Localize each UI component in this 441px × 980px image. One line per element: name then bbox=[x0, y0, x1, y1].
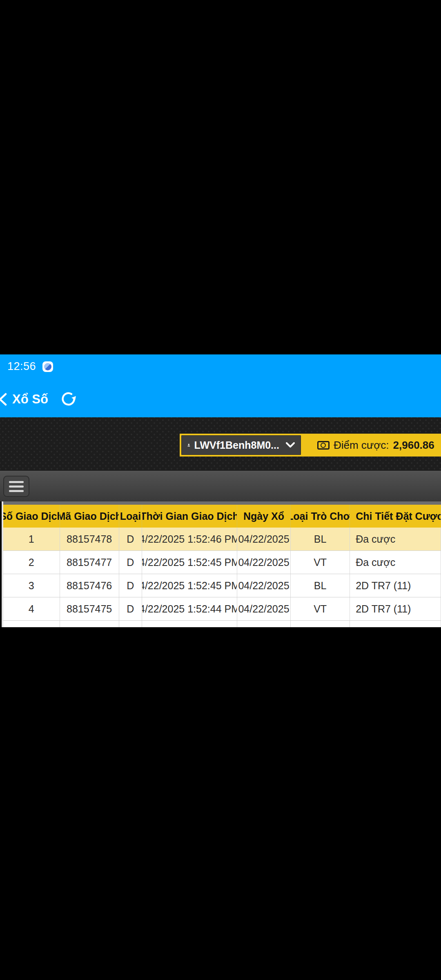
table-cell: 04/22/2025 bbox=[237, 597, 291, 620]
table-cell: 88157476 bbox=[60, 574, 119, 597]
table-cell: 2D TR7 (11) bbox=[350, 597, 441, 620]
system-blue-bar: 12:56 Xổ Số bbox=[0, 354, 441, 417]
table-cell: 3 bbox=[3, 574, 60, 597]
table-cell: Đa cược bbox=[350, 528, 441, 550]
table-cell: 2D TR7 (11) bbox=[350, 574, 441, 597]
table-cell: 04/22/2025 bbox=[237, 528, 291, 550]
table-row[interactable]: 388157476D4/22/2025 1:52:45 PM04/22/2025… bbox=[3, 574, 441, 597]
back-button[interactable] bbox=[0, 390, 7, 409]
table-cell: BL bbox=[291, 574, 350, 597]
table-cell: D bbox=[119, 528, 142, 550]
username: LWVf1Benh8M0... bbox=[194, 439, 279, 451]
balance-value: 2,960.86 bbox=[393, 439, 434, 452]
table-cell: 1 bbox=[3, 528, 60, 550]
balance-label: Điểm cược: bbox=[334, 439, 389, 452]
hamburger-menu-button[interactable] bbox=[3, 476, 29, 497]
balance-display: Điểm cược: 2,960.86 bbox=[317, 439, 434, 452]
clock: 12:56 bbox=[7, 360, 36, 373]
table-row[interactable]: 188157478D4/22/2025 1:52:46 PM04/22/2025… bbox=[3, 528, 441, 551]
phone-screen: 12:56 Xổ Số bbox=[0, 0, 441, 980]
column-header: Thời Gian Giao Dịch bbox=[142, 505, 237, 528]
table-cell: BL bbox=[291, 528, 350, 550]
account-bar: LWVf1Benh8M0... Điểm cược: 2,960.86 Cược bbox=[180, 434, 441, 457]
table-cell: D bbox=[119, 551, 142, 574]
table-cell: 4 bbox=[3, 597, 60, 620]
app-header: LWVf1Benh8M0... Điểm cược: 2,960.86 Cược bbox=[0, 417, 441, 471]
browser-app-icon bbox=[42, 361, 53, 372]
table-cell: VT bbox=[291, 597, 350, 620]
menu-toolbar bbox=[0, 471, 441, 501]
table-row-partial bbox=[3, 621, 441, 627]
table-cell: Đa cược bbox=[350, 551, 441, 574]
chevron-down-icon bbox=[286, 442, 295, 448]
table-cell: 88157477 bbox=[60, 551, 119, 574]
column-header: Mã Giao Dịch bbox=[60, 505, 119, 528]
column-header: Loại Trò Chơi bbox=[291, 505, 350, 528]
column-header: Số Giao Dịch bbox=[3, 505, 60, 528]
table-row[interactable]: 488157475D4/22/2025 1:52:44 PM04/22/2025… bbox=[3, 597, 441, 621]
banknote-icon bbox=[317, 441, 330, 450]
table-cell: VT bbox=[291, 551, 350, 574]
table-cell: 4/22/2025 1:52:45 PM bbox=[142, 551, 237, 574]
column-header: Chi Tiết Đặt Cược bbox=[350, 505, 441, 528]
column-header: Ngày Xổ bbox=[237, 505, 291, 528]
page-title: Xổ Số bbox=[12, 392, 48, 407]
table-top-border bbox=[3, 501, 441, 505]
table-header-row: Số Giao DịchMã Giao DịchLoạiThời Gian Gi… bbox=[3, 505, 441, 528]
table-cell: 04/22/2025 bbox=[237, 574, 291, 597]
person-icon bbox=[187, 440, 190, 450]
column-header: Loại bbox=[119, 505, 142, 528]
table-cell: 4/22/2025 1:52:44 PM bbox=[142, 597, 237, 620]
table-cell: D bbox=[119, 597, 142, 620]
table-cell: 04/22/2025 bbox=[237, 551, 291, 574]
user-dropdown[interactable]: LWVf1Benh8M0... bbox=[181, 435, 301, 455]
table-cell: 4/22/2025 1:52:45 PM bbox=[142, 574, 237, 597]
table-body: 188157478D4/22/2025 1:52:46 PM04/22/2025… bbox=[3, 528, 441, 621]
table-cell: 2 bbox=[3, 551, 60, 574]
chevron-left-icon bbox=[0, 393, 7, 406]
refresh-icon bbox=[60, 391, 77, 408]
table-row[interactable]: 288157477D4/22/2025 1:52:45 PM04/22/2025… bbox=[3, 551, 441, 574]
table-cell: D bbox=[119, 574, 142, 597]
table-cell: 88157475 bbox=[60, 597, 119, 620]
table-cell: 4/22/2025 1:52:46 PM bbox=[142, 528, 237, 550]
transactions-table: Số Giao DịchMã Giao DịchLoạiThời Gian Gi… bbox=[2, 501, 441, 627]
table-cell: 88157478 bbox=[60, 528, 119, 550]
refresh-button[interactable] bbox=[60, 390, 78, 408]
hamburger-menu-icon bbox=[9, 481, 24, 483]
webview-navbar: Xổ Số bbox=[0, 390, 78, 409]
status-bar: 12:56 bbox=[7, 360, 53, 373]
